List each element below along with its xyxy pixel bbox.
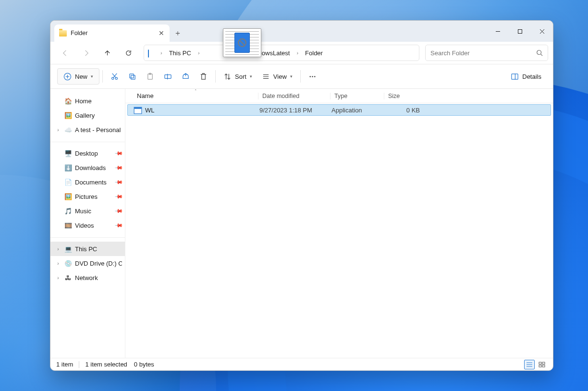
sidebar-item-dvd-drive[interactable]: ›💿DVD Drive (D:) CCC	[50, 256, 125, 270]
chevron-right-icon[interactable]: ›	[55, 127, 61, 133]
pin-icon: 📌	[114, 177, 123, 186]
paste-button[interactable]	[141, 68, 159, 85]
sidebar-item-videos[interactable]: 🎞️Videos📌	[50, 218, 125, 232]
sidebar-item-downloads[interactable]: ⬇️Downloads📌	[50, 160, 125, 175]
drag-ghost-overlay	[223, 28, 261, 57]
pin-icon: 📌	[114, 163, 123, 172]
desktop-icon: 🖥️	[64, 149, 72, 157]
close-window-button[interactable]	[531, 21, 553, 42]
pin-icon: 📌	[114, 192, 123, 201]
copy-button[interactable]	[123, 68, 141, 85]
chevron-right-icon[interactable]: ›	[196, 50, 202, 56]
chevron-down-icon: ▾	[91, 74, 93, 79]
ellipsis-icon	[308, 73, 317, 81]
application-icon	[134, 106, 142, 114]
document-icon: 📄	[64, 178, 72, 186]
svg-rect-9	[130, 73, 134, 78]
window-tab[interactable]: Folder ✕	[54, 24, 170, 42]
new-button[interactable]: New▾	[57, 68, 99, 85]
maximize-button[interactable]	[509, 21, 531, 42]
refresh-button[interactable]	[119, 45, 138, 61]
pin-icon: 📌	[114, 148, 123, 158]
chevron-down-icon: ▾	[290, 74, 293, 79]
thumbnails-view-toggle[interactable]	[537, 360, 547, 369]
chevron-right-icon[interactable]: ›	[55, 275, 61, 281]
more-button[interactable]	[304, 68, 321, 85]
cut-button[interactable]	[106, 68, 123, 85]
svg-rect-24	[542, 365, 545, 367]
breadcrumb-folder[interactable]: Folder	[301, 48, 327, 59]
sort-icon	[223, 73, 232, 81]
svg-rect-10	[131, 75, 135, 79]
file-size: 0 KB	[385, 107, 420, 114]
details-view-toggle[interactable]	[524, 360, 535, 369]
svg-rect-22	[542, 362, 545, 364]
column-type[interactable]: Type	[330, 93, 384, 99]
file-type: Application	[331, 107, 385, 114]
rename-button[interactable]	[159, 68, 177, 85]
address-bar[interactable]: › This PC › › WindowsLatest › Folder	[144, 45, 419, 61]
file-list: ˄Name Date modified Type Size WL 9/27/20…	[125, 89, 553, 358]
svg-point-7	[112, 77, 114, 79]
minimize-button[interactable]	[487, 21, 509, 42]
close-tab-icon[interactable]: ✕	[158, 30, 165, 37]
view-icon	[262, 73, 270, 81]
chevron-right-icon[interactable]: ›	[159, 50, 164, 56]
svg-point-4	[537, 50, 541, 55]
sidebar-item-gallery[interactable]: 🖼️Gallery	[50, 108, 125, 122]
rename-icon	[164, 73, 172, 81]
file-explorer-window: Folder ✕ ＋ › This PC › › WindowsLatest ›…	[50, 20, 553, 371]
sidebar-item-network[interactable]: ›🖧Network	[50, 270, 125, 285]
svg-rect-17	[512, 73, 518, 79]
sidebar-item-home[interactable]: 🏠Home	[50, 94, 125, 108]
sidebar-item-documents[interactable]: 📄Documents📌	[50, 175, 125, 189]
file-name: WL	[145, 107, 259, 114]
details-pane-button[interactable]: Details	[506, 68, 546, 85]
column-date-modified[interactable]: Date modified	[258, 93, 330, 99]
sidebar-item-desktop[interactable]: 🖥️Desktop📌	[50, 146, 125, 160]
forward-button[interactable]	[76, 45, 96, 61]
chevron-right-icon[interactable]: ›	[55, 246, 61, 252]
share-button[interactable]	[177, 68, 195, 85]
svg-rect-21	[539, 362, 541, 364]
paste-icon	[146, 73, 154, 81]
sidebar-item-onedrive[interactable]: ›☁️A test - Personal	[50, 122, 125, 137]
chevron-right-icon[interactable]: ›	[55, 261, 61, 266]
sort-button[interactable]: Sort▾	[219, 68, 257, 85]
sort-asc-icon: ˄	[195, 89, 197, 94]
search-input[interactable]	[430, 49, 536, 57]
column-size[interactable]: Size	[384, 93, 421, 99]
new-tab-button[interactable]: ＋	[170, 24, 186, 42]
sidebar-item-pictures[interactable]: 🖼️Pictures📌	[50, 189, 125, 204]
status-bytes: 0 bytes	[134, 361, 154, 368]
column-name[interactable]: ˄Name	[133, 92, 258, 99]
file-date: 9/27/2023 1:18 PM	[259, 107, 331, 114]
file-row[interactable]: WL 9/27/2023 1:18 PM Application 0 KB	[127, 104, 551, 116]
pin-icon: 📌	[114, 220, 123, 230]
column-headers: ˄Name Date modified Type Size	[125, 89, 553, 103]
trash-icon	[199, 73, 208, 81]
back-button[interactable]	[55, 45, 74, 61]
svg-point-15	[312, 76, 313, 77]
status-bar: 1 item 1 item selected 0 bytes	[50, 358, 553, 370]
chevron-right-icon[interactable]: ›	[294, 50, 300, 56]
picture-icon: 🖼️	[64, 193, 72, 200]
pin-icon: 📌	[114, 206, 123, 215]
delete-button[interactable]	[195, 68, 212, 85]
command-bar: New▾ Sort▾ View▾ Details	[50, 64, 553, 89]
navigation-pane: 🏠Home 🖼️Gallery ›☁️A test - Personal 🖥️D…	[50, 89, 125, 358]
sidebar-item-this-pc[interactable]: ›💻This PC	[50, 242, 125, 256]
chevron-down-icon: ▾	[250, 74, 252, 79]
svg-line-5	[541, 54, 543, 56]
search-box[interactable]	[425, 45, 548, 61]
status-selected: 1 item selected	[85, 361, 127, 368]
no-drop-icon	[238, 38, 246, 47]
view-button[interactable]: View▾	[257, 68, 297, 85]
copy-icon	[128, 73, 136, 81]
sidebar-item-music[interactable]: 🎵Music📌	[50, 204, 125, 218]
breadcrumb-this-pc[interactable]: This PC	[165, 48, 195, 59]
pc-icon: 💻	[64, 245, 72, 253]
up-button[interactable]	[98, 45, 117, 61]
title-bar: Folder ✕ ＋	[50, 21, 553, 42]
folder-icon	[59, 30, 67, 37]
